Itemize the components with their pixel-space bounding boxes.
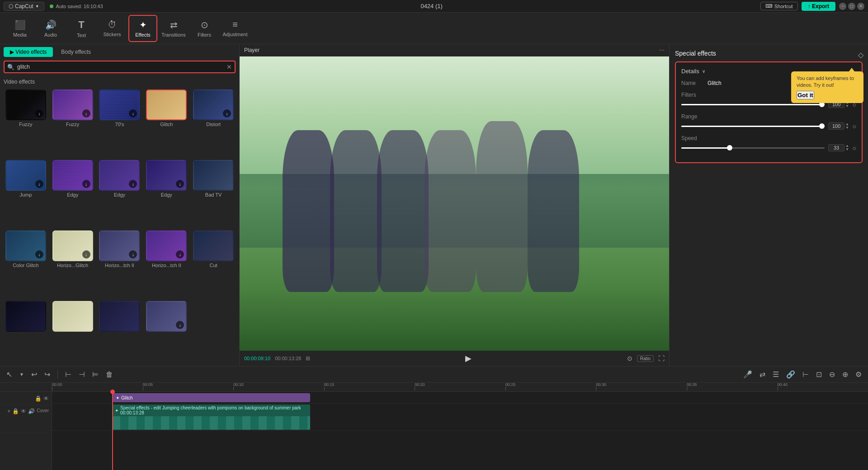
video-track-audio-icon[interactable]: 🔊 — [28, 408, 35, 414]
minimize-button[interactable]: ─ — [839, 3, 846, 10]
tool-stickers[interactable]: ⏱ Stickers — [98, 15, 127, 42]
tool-transitions[interactable]: ⇄ Transitions — [159, 15, 188, 42]
effect-download-hglitch3[interactable]: ↓ — [176, 250, 184, 258]
effect-download-hglitch2[interactable]: ↓ — [129, 250, 137, 258]
video-bar[interactable]: ✦ Special effects - edit Jumping cheerle… — [112, 404, 310, 430]
effect-item-edgy3[interactable]: ↓Edgy — [144, 160, 189, 228]
effect-item-fuzzy2[interactable]: ↓Fuzzy — [51, 89, 95, 157]
effect-item-row4c[interactable] — [98, 301, 142, 363]
link-button[interactable]: 🔗 — [784, 369, 797, 380]
tool-filters[interactable]: ⊙ Filters — [190, 15, 219, 42]
close-button[interactable]: ✕ — [857, 3, 864, 10]
ruler-tick-6 — [596, 387, 596, 390]
effect-download-colorglitch[interactable]: ↓ — [35, 250, 43, 258]
speed-down[interactable]: ▼ — [845, 148, 849, 151]
tool-effects[interactable]: ✦ Effects — [128, 15, 157, 42]
track-lock-icon[interactable]: 🔒 — [35, 395, 42, 402]
play-button[interactable]: ▶ — [465, 353, 472, 363]
speed-keyframe-diamond[interactable]: ◇ — [853, 146, 856, 150]
shortcut-button[interactable]: ⌨ Shortcut — [760, 2, 798, 10]
effect-download-edgy2[interactable]: ↓ — [129, 180, 137, 188]
fullscreen-button[interactable]: ⛶ — [658, 355, 665, 362]
search-wrap: 🔍 ✕ — [4, 61, 236, 73]
effect-item-fuzzy1[interactable]: ↓Fuzzy — [4, 89, 48, 157]
effect-label-colorglitch: Color Glitch — [13, 263, 38, 268]
effect-item-row4d[interactable]: ↓ — [144, 301, 189, 363]
effect-download-edgy3[interactable]: ↓ — [176, 180, 184, 188]
filters-slider[interactable] — [681, 104, 825, 105]
video-track-add-icon[interactable]: + — [7, 408, 10, 414]
detach-button[interactable]: ⊣ — [77, 369, 87, 380]
tool-text[interactable]: T Text — [67, 15, 96, 42]
timeline-ruler: 00:0000:0500:1000:1500:2000:2500:3000:35… — [52, 383, 868, 392]
effect-item-70s[interactable]: ↓70's — [98, 89, 142, 157]
effect-item-edgy2[interactable]: ↓Edgy — [98, 160, 142, 228]
menu-button[interactable]: ⬡ CapCut ▼ — [4, 2, 44, 11]
frame-icon[interactable]: ⊙ — [627, 355, 632, 362]
split-button[interactable]: ⊢ — [63, 369, 73, 380]
player-more-icon[interactable]: ⋯ — [659, 47, 665, 53]
effect-item-colorglitch[interactable]: ↓Color Glitch — [4, 230, 48, 298]
caption-button[interactable]: ⊡ — [814, 369, 824, 380]
zoom-in-button[interactable]: ⊕ — [840, 369, 850, 380]
cursor-dropdown[interactable]: ▼ — [18, 371, 26, 378]
tool-media[interactable]: ⬛ Media — [5, 15, 34, 42]
effect-download-fuzzy2[interactable]: ↓ — [82, 109, 90, 118]
tool-audio[interactable]: 🔊 Audio — [36, 15, 65, 42]
effect-item-hglitch2[interactable]: ↓Horizo...tch II — [98, 230, 142, 298]
effect-item-distort[interactable]: ↓Distort — [191, 89, 236, 157]
keyframe-add-diamond[interactable]: ◇ — [858, 51, 863, 59]
ruler-mark-5: 00:25 — [505, 383, 596, 390]
video-track-visibility-icon[interactable]: 👁 — [21, 408, 26, 414]
effect-item-edgy1[interactable]: ↓Edgy — [51, 160, 95, 228]
range-slider[interactable] — [681, 126, 825, 127]
effect-item-cut[interactable]: Cut — [191, 230, 236, 298]
delete-button[interactable]: 🗑 — [104, 370, 115, 380]
glitch-effect-bar[interactable]: ✦ Glitch — [112, 393, 310, 402]
ruler-mark-1: 00:05 — [143, 383, 234, 390]
effect-item-row4a[interactable] — [4, 301, 48, 363]
effect-download-fuzzy1[interactable]: ↓ — [35, 109, 43, 118]
effect-item-hglitch3[interactable]: ↓Horizo...tch II — [144, 230, 189, 298]
effect-item-badtv[interactable]: Bad TV — [191, 160, 236, 228]
speed-slider[interactable] — [681, 147, 825, 149]
effect-download-row4d[interactable]: ↓ — [176, 321, 184, 329]
effect-item-glitch[interactable]: Glitch — [144, 89, 189, 157]
redo-button[interactable]: ↪ — [42, 369, 52, 380]
maximize-button[interactable]: □ — [848, 3, 855, 10]
trim-left-button[interactable]: ⊢ — [801, 369, 811, 380]
tab-video-effects[interactable]: ▶ Video effects — [4, 47, 53, 57]
effect-download-hglitch1[interactable]: ↓ — [82, 250, 90, 258]
range-down[interactable]: ▼ — [845, 126, 849, 130]
player-controls: 00:00:08:10 00:00:13:28 ⊞ ▶ ⊙ Ratio ⛶ — [240, 351, 669, 366]
crop-button[interactable]: ⊨ — [90, 369, 100, 380]
audio-extract-button[interactable]: ⇄ — [758, 369, 767, 380]
capcut-logo: ⬡ — [9, 3, 13, 9]
track-visibility-icon[interactable]: 👁 — [43, 395, 49, 402]
range-keyframe-diamond[interactable]: ◇ — [853, 124, 856, 129]
filters-down[interactable]: ▼ — [845, 104, 849, 108]
effect-thumb-70s: ↓ — [99, 89, 140, 120]
effect-item-hglitch1[interactable]: ↓Horizo...Glitch — [51, 230, 95, 298]
effect-download-distort[interactable]: ↓ — [223, 109, 231, 118]
search-clear-button[interactable]: ✕ — [226, 63, 232, 70]
tab-body-effects[interactable]: Body effects — [55, 47, 97, 57]
effect-item-row4b[interactable] — [51, 301, 95, 363]
export-button[interactable]: ↑ Export — [802, 2, 835, 11]
ruler-label-8: 00:40 — [778, 383, 788, 387]
effect-item-jump[interactable]: ↓Jump — [4, 160, 48, 228]
layout-icon[interactable]: ⊞ — [306, 355, 310, 362]
ratio-button[interactable]: Ratio — [637, 355, 654, 362]
search-input[interactable] — [4, 61, 236, 73]
settings-button[interactable]: ⚙ — [854, 369, 863, 380]
video-track-lock-icon[interactable]: 🔒 — [12, 408, 19, 414]
subtitle-button[interactable]: ☰ — [771, 369, 781, 380]
tool-adjustment[interactable]: ≡ Adjustment — [221, 15, 250, 42]
tooltip-got-it-button[interactable]: Got it — [797, 91, 814, 99]
effect-download-edgy1[interactable]: ↓ — [82, 180, 90, 188]
undo-button[interactable]: ↩ — [29, 369, 39, 380]
zoom-out-button[interactable]: ⊖ — [827, 369, 837, 380]
microphone-button[interactable]: 🎤 — [741, 369, 754, 380]
effect-download-jump[interactable]: ↓ — [35, 180, 43, 188]
cursor-tool-button[interactable]: ↖ — [5, 369, 14, 380]
